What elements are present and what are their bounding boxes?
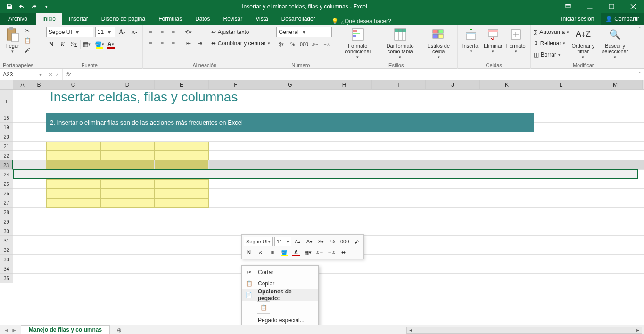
decrease-decimal-icon[interactable]: ←.0 bbox=[322, 39, 332, 50]
align-middle-icon[interactable]: ≡ bbox=[157, 27, 167, 37]
mini-font-color-icon[interactable]: A bbox=[291, 248, 301, 257]
sign-in[interactable]: Iniciar sesión bbox=[554, 13, 601, 25]
find-select-button[interactable]: 🔍Buscar y seleccionar▾ bbox=[597, 26, 633, 61]
col-header-L[interactable]: L bbox=[534, 80, 588, 89]
mini-percent-icon[interactable]: % bbox=[328, 237, 338, 246]
mini-align-icon[interactable]: ≡ bbox=[267, 248, 278, 257]
dialog-launcher-alignment[interactable] bbox=[218, 63, 223, 67]
select-all-corner[interactable] bbox=[0, 80, 13, 89]
clear-button[interactable]: ◫Borrar▾ bbox=[534, 50, 570, 60]
bold-button[interactable]: N bbox=[46, 39, 57, 50]
font-size-combo[interactable]: 11▾ bbox=[95, 27, 115, 37]
align-left-icon[interactable]: ≡ bbox=[146, 38, 156, 49]
fill-color-icon[interactable]: 🪣▾ bbox=[94, 39, 105, 50]
delete-cells-button[interactable]: Eliminar▾ bbox=[482, 26, 504, 55]
tab-review[interactable]: Revisar bbox=[217, 13, 249, 25]
copy-icon[interactable]: 📋 bbox=[23, 36, 32, 45]
comma-format-icon[interactable]: 000 bbox=[299, 39, 309, 50]
orientation-icon[interactable]: ⟲▾ bbox=[183, 27, 194, 37]
dialog-launcher-number[interactable] bbox=[312, 63, 316, 67]
expand-formula-bar-icon[interactable]: ˅ bbox=[635, 69, 644, 80]
row-header-23[interactable]: 23 bbox=[0, 160, 13, 170]
paste-button[interactable]: Pegar ▾ bbox=[3, 26, 22, 55]
tab-formulas[interactable]: Fórmulas bbox=[152, 13, 189, 25]
font-name-combo[interactable]: Segoe UI▾ bbox=[46, 27, 93, 37]
cut-icon[interactable]: ✂ bbox=[23, 26, 32, 35]
tell-me[interactable]: 💡 ¿Qué desea hacer? bbox=[322, 18, 391, 25]
qat-customize-icon[interactable]: ▾ bbox=[41, 1, 52, 12]
row-header-24[interactable]: 24 bbox=[0, 170, 13, 179]
italic-button[interactable]: K bbox=[58, 39, 68, 50]
save-icon[interactable] bbox=[4, 1, 15, 12]
dialog-launcher-clipboard[interactable] bbox=[35, 63, 40, 67]
col-header-A[interactable]: A bbox=[13, 80, 32, 89]
horizontal-scrollbar[interactable]: ◄► bbox=[406, 327, 642, 334]
ribbon-options-icon[interactable] bbox=[557, 0, 579, 13]
conditional-format-button[interactable]: Formato condicional▾ bbox=[338, 26, 378, 61]
align-top-icon[interactable]: ≡ bbox=[146, 27, 156, 37]
accounting-format-icon[interactable]: $▾ bbox=[276, 39, 287, 50]
borders-icon[interactable]: ▦▾ bbox=[82, 39, 92, 50]
mini-bold-button[interactable]: N bbox=[244, 248, 254, 257]
col-header-F[interactable]: F bbox=[209, 80, 263, 89]
collapse-ribbon-icon[interactable]: ˄ bbox=[636, 25, 644, 68]
mini-borders-icon[interactable]: ▦▾ bbox=[303, 248, 313, 257]
add-sheet-button[interactable]: ⊕ bbox=[114, 326, 125, 334]
row-header-26[interactable]: 26 bbox=[0, 189, 13, 198]
tab-insert[interactable]: Insertar bbox=[62, 13, 95, 25]
col-header-K[interactable]: K bbox=[480, 80, 534, 89]
percent-format-icon[interactable]: % bbox=[288, 39, 298, 50]
row-header-27[interactable]: 27 bbox=[0, 198, 13, 208]
format-painter-icon[interactable]: 🖌 bbox=[23, 46, 32, 55]
dialog-launcher-font[interactable] bbox=[99, 63, 104, 67]
col-header-G[interactable]: G bbox=[263, 80, 317, 89]
mini-size-combo[interactable]: 11▾ bbox=[274, 237, 291, 246]
row-header-19[interactable]: 19 bbox=[0, 123, 13, 132]
row-header-35[interactable]: 35 bbox=[0, 274, 13, 283]
grow-font-icon[interactable]: A▴ bbox=[117, 27, 127, 37]
row-header-22[interactable]: 22 bbox=[0, 151, 13, 160]
align-right-icon[interactable]: ≡ bbox=[168, 38, 179, 49]
tab-page-layout[interactable]: Diseño de página bbox=[95, 13, 152, 25]
name-box[interactable]: A23▾ bbox=[0, 69, 45, 80]
col-header-C[interactable]: C bbox=[46, 80, 100, 89]
underline-button[interactable]: S▾ bbox=[69, 39, 79, 50]
row-header-1[interactable]: 1 bbox=[0, 90, 13, 113]
row-header-31[interactable]: 31 bbox=[0, 236, 13, 245]
close-icon[interactable] bbox=[622, 0, 644, 13]
mini-grow-font-icon[interactable]: A▴ bbox=[293, 237, 303, 246]
mini-accounting-icon[interactable]: $▾ bbox=[316, 237, 326, 246]
maximize-icon[interactable] bbox=[601, 0, 622, 13]
tab-developer[interactable]: Desarrollador bbox=[275, 13, 322, 25]
col-header-E[interactable]: E bbox=[155, 80, 209, 89]
mini-merge-icon[interactable]: ⬌ bbox=[338, 248, 348, 257]
undo-icon[interactable] bbox=[16, 1, 27, 12]
tab-data[interactable]: Datos bbox=[189, 13, 216, 25]
tab-file[interactable]: Archivo bbox=[0, 13, 36, 25]
insert-cells-button[interactable]: Insertar▾ bbox=[461, 26, 482, 55]
tab-home[interactable]: Inicio bbox=[36, 13, 62, 25]
fill-button[interactable]: ↧Rellenar▾ bbox=[534, 38, 570, 49]
mini-italic-button[interactable]: K bbox=[256, 248, 266, 257]
autosum-button[interactable]: ∑Autosuma▾ bbox=[534, 27, 570, 37]
row-header-20[interactable]: 20 bbox=[0, 132, 13, 142]
row-header-28[interactable]: 28 bbox=[0, 208, 13, 217]
increase-indent-icon[interactable]: ⇥ bbox=[195, 38, 205, 49]
increase-decimal-icon[interactable]: .0→ bbox=[310, 39, 321, 50]
enter-formula-icon[interactable]: ✓ bbox=[55, 71, 59, 78]
cell-styles-button[interactable]: Estilos de celda▾ bbox=[423, 26, 454, 61]
align-center-icon[interactable]: ≡ bbox=[157, 38, 167, 49]
format-cells-button[interactable]: Formato▾ bbox=[504, 26, 528, 55]
paste-default-icon[interactable]: 📋 bbox=[257, 301, 270, 314]
sort-filter-button[interactable]: A↓ZOrdenar y filtrar▾ bbox=[569, 26, 597, 61]
merge-center-button[interactable]: ⬌Combinar y centrar▾ bbox=[211, 38, 270, 49]
col-header-M[interactable]: M bbox=[588, 80, 643, 89]
ctx-copy[interactable]: 📋Copiar bbox=[242, 278, 318, 289]
col-header-B[interactable]: B bbox=[32, 80, 46, 89]
fx-icon[interactable]: fx bbox=[63, 69, 74, 80]
mini-dec-decimal-icon[interactable]: ←.0 bbox=[326, 248, 337, 257]
redo-icon[interactable] bbox=[28, 1, 40, 12]
decrease-indent-icon[interactable]: ⇤ bbox=[183, 38, 194, 49]
col-header-I[interactable]: I bbox=[372, 80, 426, 89]
cancel-formula-icon[interactable]: ✕ bbox=[48, 71, 53, 78]
